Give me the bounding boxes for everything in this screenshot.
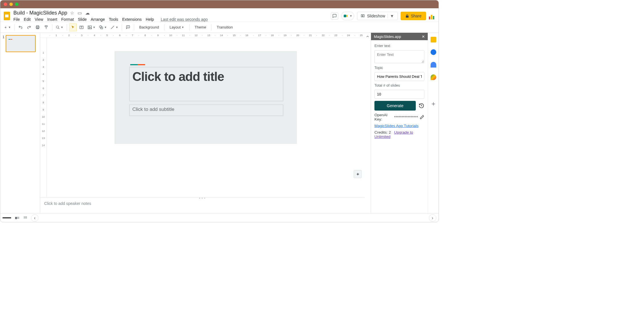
svg-point-29 <box>24 217 25 218</box>
layout-button[interactable]: Layout▼ <box>167 23 187 31</box>
mac-min-dot[interactable] <box>9 3 13 6</box>
enter-text-input[interactable] <box>374 50 424 63</box>
menu-view[interactable]: View <box>35 17 43 22</box>
activity-dashboard-icon[interactable] <box>429 13 436 19</box>
openai-key-label: OpenAI Key: <box>374 113 392 121</box>
meet-button[interactable]: ▼ <box>341 12 354 20</box>
resize-handle-icon[interactable]: • • • <box>199 196 206 200</box>
expand-companion-button[interactable]: › <box>429 214 436 222</box>
menu-insert[interactable]: Insert <box>47 17 57 22</box>
svg-point-7 <box>56 26 59 28</box>
slideshow-button[interactable]: Slideshow ▼ <box>357 12 398 20</box>
slideshow-label: Slideshow <box>367 14 385 18</box>
paint-format-button[interactable] <box>42 23 50 31</box>
slide-canvas[interactable]: Click to add title Click to add subtitle <box>115 41 297 144</box>
topic-label: Topic <box>374 66 424 70</box>
enter-text-label: Enter text <box>374 44 424 48</box>
title-placeholder[interactable]: Click to add title <box>129 67 283 101</box>
grid-view-icon[interactable] <box>23 216 28 220</box>
new-slide-button[interactable]: ＋▼ <box>3 23 12 31</box>
star-icon[interactable]: ☆ <box>70 10 74 16</box>
mac-max-dot[interactable] <box>15 3 19 6</box>
svg-rect-24 <box>17 218 18 219</box>
transition-button[interactable]: Transition <box>214 23 236 31</box>
slides-count-input[interactable] <box>374 90 424 99</box>
textbox-tool[interactable] <box>78 23 85 31</box>
share-label: Share <box>411 14 421 18</box>
svg-rect-6 <box>37 28 39 29</box>
last-edit-link[interactable]: Last edit was seconds ago <box>161 17 208 22</box>
speaker-notes-placeholder: Click to add speaker notes <box>44 201 91 206</box>
credits-label: Credits: 2 <box>374 130 391 135</box>
svg-rect-23 <box>19 217 19 217</box>
svg-line-8 <box>58 28 60 29</box>
image-tool[interactable]: ▼ <box>86 23 97 31</box>
svg-rect-21 <box>15 217 17 219</box>
slide-stage[interactable]: Click to add title Click to add subtitle… <box>47 38 364 197</box>
print-button[interactable] <box>34 23 41 31</box>
topic-input[interactable] <box>374 72 424 81</box>
svg-rect-22 <box>17 217 18 217</box>
add-companion-icon[interactable]: ＋ <box>430 99 437 108</box>
mac-close-dot[interactable] <box>4 3 7 6</box>
svg-rect-1 <box>5 15 9 17</box>
menu-format[interactable]: Format <box>61 17 74 22</box>
collapse-thumbs-button[interactable]: ‹ <box>31 214 38 222</box>
tasks-icon[interactable] <box>431 49 436 55</box>
comments-icon[interactable] <box>331 12 338 20</box>
keep-icon[interactable] <box>431 37 436 42</box>
svg-line-16 <box>111 26 114 29</box>
ruler-vertical: 1234567891011121314 <box>40 38 47 197</box>
subtitle-placeholder[interactable]: Click to add subtitle <box>129 105 283 116</box>
svg-point-31 <box>26 217 27 218</box>
explore-button[interactable]: ✦ <box>354 170 362 178</box>
menu-edit[interactable]: Edit <box>24 17 31 22</box>
svg-point-28 <box>26 216 27 217</box>
comment-tool[interactable] <box>124 23 132 31</box>
menu-arrange[interactable]: Arrange <box>91 17 105 22</box>
menu-tools[interactable]: Tools <box>109 17 118 22</box>
svg-point-13 <box>89 27 90 27</box>
menu-file[interactable]: File <box>13 17 20 22</box>
svg-rect-25 <box>19 218 19 219</box>
thumb-number: 1 <box>3 35 5 52</box>
collapse-sidebar-button[interactable] <box>364 33 371 213</box>
zoom-button[interactable]: ▼ <box>55 23 64 31</box>
menu-extensions[interactable]: Extensions <box>122 17 142 22</box>
chevron-down-icon: ▼ <box>350 15 352 17</box>
menu-help[interactable]: Help <box>146 17 154 22</box>
slideshow-dropdown[interactable]: ▼ <box>388 14 394 18</box>
generate-button[interactable]: Generate <box>374 101 416 111</box>
theme-button[interactable]: Theme <box>192 23 209 31</box>
svg-rect-12 <box>88 26 91 29</box>
tutorials-link[interactable]: MagicSlides App Tutorials <box>374 124 424 128</box>
openai-key-mask: **************** <box>394 115 418 119</box>
undo-button[interactable] <box>17 23 24 31</box>
slide-thumbnail-1[interactable] <box>6 35 36 52</box>
history-icon[interactable] <box>419 103 424 109</box>
svg-point-26 <box>24 216 25 217</box>
footer: ‹ › <box>0 213 439 222</box>
svg-point-30 <box>25 217 26 218</box>
move-icon[interactable]: ▭ <box>78 10 82 16</box>
titlebar: Build - MagicSlides App ☆ ▭ ☁ File Edit … <box>0 8 439 22</box>
share-button[interactable]: Share <box>401 12 426 20</box>
accent-bar <box>130 64 145 65</box>
speaker-notes[interactable]: • • • Click to add speaker notes <box>40 197 364 213</box>
select-tool[interactable] <box>69 23 77 31</box>
doc-title[interactable]: Build - MagicSlides App <box>13 10 67 16</box>
background-button[interactable]: Background <box>136 23 162 31</box>
menu-slide[interactable]: Slide <box>78 17 87 22</box>
maps-icon[interactable] <box>431 74 436 80</box>
edit-key-icon[interactable] <box>420 115 424 119</box>
magicslides-sidebar: MagicSlides.app ✕ Enter text Topic Total… <box>371 33 428 213</box>
redo-button[interactable] <box>25 23 33 31</box>
cloud-status-icon[interactable]: ☁ <box>85 10 90 16</box>
line-tool[interactable]: ▼ <box>109 23 119 31</box>
filmstrip-view-icon[interactable] <box>15 215 20 221</box>
svg-rect-2 <box>344 15 346 17</box>
companion-bar: ＋ <box>428 33 439 213</box>
close-addon-icon[interactable]: ✕ <box>422 34 425 39</box>
contacts-icon[interactable] <box>431 62 436 68</box>
shape-tool[interactable]: ▼ <box>98 23 108 31</box>
